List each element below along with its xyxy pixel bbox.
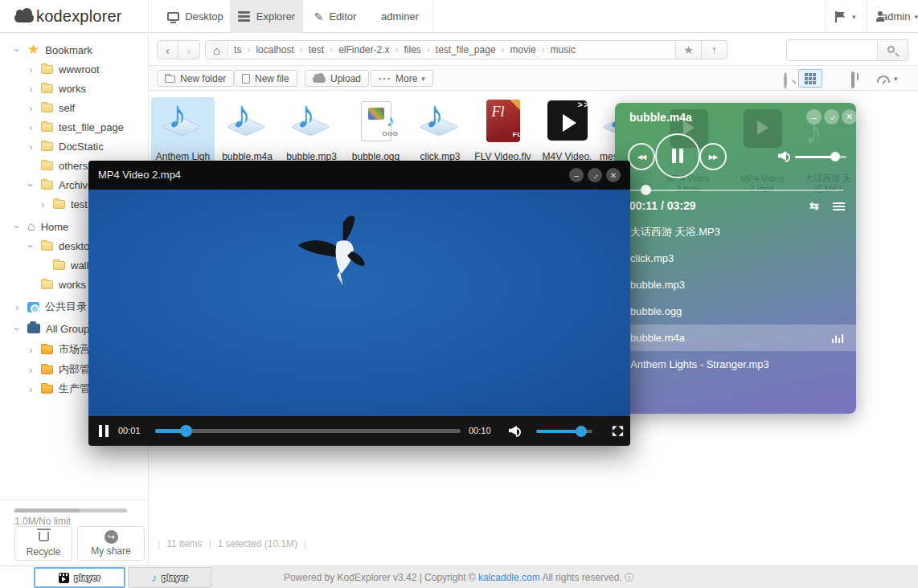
video-title-bar[interactable]: MP4 Video 2.mp4 – ↔ ✕ <box>88 161 630 190</box>
next-track-button[interactable]: ▶▶ <box>699 143 727 170</box>
volume-knob[interactable] <box>576 426 587 437</box>
pause-button[interactable] <box>99 425 109 437</box>
chevron-collapsed-icon[interactable]: › <box>27 141 35 153</box>
progress-knob[interactable] <box>641 185 651 195</box>
playlist-item-active[interactable]: bubble.m4a <box>615 325 856 351</box>
volume-slider[interactable] <box>795 156 846 158</box>
up-directory-button[interactable]: ↑ <box>702 40 727 59</box>
view-options-button[interactable]: ▾ <box>877 75 898 83</box>
minimize-button[interactable]: – <box>806 109 822 125</box>
divider <box>0 500 149 500</box>
new-file-button[interactable]: New file <box>234 70 297 87</box>
kalcaddle-link[interactable]: kalcaddle.com <box>478 572 540 583</box>
breadcrumb-item[interactable]: localhost <box>250 44 299 55</box>
video-frame[interactable] <box>88 190 630 416</box>
tab-adminer[interactable]: adminer <box>367 0 433 33</box>
chevron-expanded-icon[interactable]: › <box>25 242 37 251</box>
fullscreen-icon[interactable]: ◤◥◣◢ <box>613 425 625 437</box>
sidebar-item-docstatic[interactable]: ›DocStatic <box>0 137 149 156</box>
music-progress-bar[interactable] <box>629 190 843 191</box>
volume-icon[interactable] <box>778 151 790 161</box>
file-item-anthem[interactable]: ♪ Anthem Ligh <box>151 97 215 165</box>
chevron-collapsed-icon[interactable]: › <box>13 301 22 313</box>
volume-icon[interactable] <box>509 426 521 435</box>
sidebar-item-label: All Group <box>46 323 89 335</box>
admin-menu[interactable]: admin ▾ <box>867 0 918 33</box>
my-share-button[interactable]: ↪ My share <box>77 526 145 561</box>
close-button[interactable]: ✕ <box>606 168 621 182</box>
breadcrumb-item[interactable]: elFinder-2.x <box>333 44 395 55</box>
file-item-bubble-ogg[interactable]: OGG ♪ bubble.ogg <box>344 97 408 165</box>
forward-button[interactable]: › <box>178 40 200 59</box>
playlist-item[interactable]: Anthem Lights - Stranger.mp3 <box>615 351 856 378</box>
search-input[interactable] <box>787 40 877 60</box>
chevron-collapsed-icon[interactable]: › <box>27 121 35 133</box>
sidebar-item-test-file-page[interactable]: ›test_file_page <box>0 117 149 137</box>
taskbar-music-player-button[interactable]: ♪ player <box>128 567 211 588</box>
more-button[interactable]: ··· More ▾ <box>371 70 433 87</box>
file-item-flv-video[interactable]: Fl FLV FLV Video.flv <box>471 97 535 165</box>
playlist-item[interactable]: bubble.mp3 <box>615 272 856 298</box>
chevron-collapsed-icon[interactable]: › <box>39 198 47 210</box>
loop-icon[interactable]: ⇆ <box>809 199 819 212</box>
video-player-window: MP4 Video 2.mp4 – ↔ ✕ 00:01 00:10 ◤◥◣◢ <box>88 161 630 446</box>
folder-icon <box>41 123 53 132</box>
home-icon[interactable]: ⌂ <box>206 41 228 59</box>
chevron-collapsed-icon[interactable]: › <box>27 383 35 395</box>
sidebar-item-works[interactable]: ›works <box>0 79 149 98</box>
sidebar-item-bookmark[interactable]: ›★Bookmark <box>0 40 149 59</box>
sidebar-item-wwwroot[interactable]: ›wwwroot <box>0 59 149 79</box>
maximize-button[interactable]: ↔ <box>824 109 839 125</box>
chevron-collapsed-icon[interactable]: › <box>27 364 35 376</box>
playlist-item[interactable]: 大话西游 天浴.MP3 <box>615 218 856 245</box>
chevron-expanded-icon[interactable]: › <box>11 325 23 333</box>
video-progress-bar[interactable] <box>155 429 461 433</box>
favorite-star-button[interactable]: ★ <box>676 40 702 59</box>
search-button[interactable] <box>877 40 908 60</box>
previous-track-button[interactable]: ◀◀ <box>628 143 655 170</box>
progress-knob[interactable] <box>180 425 192 437</box>
breadcrumb-item[interactable]: ts <box>228 44 247 55</box>
volume-slider[interactable] <box>536 430 592 433</box>
maximize-button[interactable]: ↔ <box>588 168 602 182</box>
pause-button[interactable] <box>655 133 700 178</box>
playlist-item[interactable]: click.mp3 <box>615 245 856 272</box>
chevron-expanded-icon[interactable]: › <box>11 223 23 231</box>
back-button[interactable]: ‹ <box>157 40 178 59</box>
app-logo[interactable]: kodexplorer <box>0 0 149 33</box>
chevron-collapsed-icon[interactable]: › <box>27 102 35 114</box>
playlist-item[interactable]: bubble.ogg <box>615 298 856 325</box>
chevron-collapsed-icon[interactable]: › <box>27 344 35 356</box>
sidebar-item-self[interactable]: ›self <box>0 98 149 117</box>
file-item-click-mp3[interactable]: ♪ click.mp3 <box>408 97 472 165</box>
taskbar-video-player-button[interactable]: player <box>34 567 125 588</box>
file-item-m4v-video[interactable]: >>> M4V Video. <box>535 97 599 165</box>
file-item-bubble-m4a[interactable]: ♪ bubble.m4a <box>215 97 279 165</box>
breadcrumb-item[interactable]: test <box>303 44 330 55</box>
breadcrumb-item[interactable]: files <box>398 44 426 55</box>
chevron-down-icon: ▾ <box>894 75 898 83</box>
upload-button[interactable]: Upload <box>305 70 369 87</box>
folder-icon <box>41 242 53 251</box>
breadcrumb-item[interactable]: music <box>545 44 581 55</box>
volume-knob[interactable] <box>830 152 840 161</box>
zoom-icon[interactable] <box>784 74 787 88</box>
tab-desktop[interactable]: Desktop <box>161 0 230 33</box>
chevron-expanded-icon[interactable]: › <box>25 181 37 190</box>
view-grid-button[interactable] <box>798 69 822 88</box>
language-menu[interactable]: ▾ <box>825 0 867 33</box>
chevron-collapsed-icon[interactable]: › <box>27 63 35 76</box>
tab-editor[interactable]: ✎ Editor <box>303 0 367 33</box>
breadcrumb-item[interactable]: test_file_page <box>430 44 502 55</box>
breadcrumb-item[interactable]: movie <box>505 44 542 55</box>
tab-explorer[interactable]: Explorer <box>230 0 303 33</box>
playlist-icon[interactable] <box>833 202 845 204</box>
minimize-button[interactable]: – <box>569 168 584 182</box>
chevron-collapsed-icon[interactable]: › <box>27 83 35 95</box>
close-button[interactable]: ✕ <box>842 109 856 125</box>
recycle-button[interactable]: Recycle <box>14 526 72 561</box>
new-folder-button[interactable]: New folder <box>157 70 234 87</box>
file-item-bubble-mp3[interactable]: ♪ bubble.mp3 <box>280 97 343 165</box>
view-columns-button[interactable] <box>851 73 854 88</box>
chevron-expanded-icon[interactable]: › <box>11 46 23 55</box>
